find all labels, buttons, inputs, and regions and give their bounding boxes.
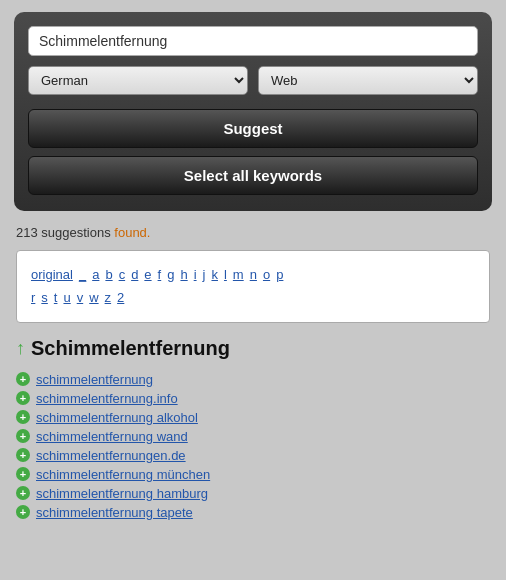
alpha-link[interactable]: s [41, 290, 48, 305]
keyword-text: schimmelentfernung wand [36, 429, 188, 444]
list-item[interactable]: schimmelentfernung alkohol [16, 408, 490, 427]
language-select[interactable]: GermanEnglishFrenchSpanish [28, 66, 248, 95]
list-item[interactable]: schimmelentfernung tapete [16, 503, 490, 522]
search-input[interactable] [28, 26, 478, 56]
suggest-button[interactable]: Suggest [28, 109, 478, 148]
add-keyword-icon[interactable] [16, 448, 30, 462]
alpha-link[interactable]: d [131, 267, 138, 282]
alpha-filter-box: original_abcdefghijklmnoprstuvwz2 [16, 250, 490, 323]
add-keyword-icon[interactable] [16, 391, 30, 405]
suggestions-count: 213 suggestions found. [16, 225, 490, 240]
alpha-link[interactable]: j [203, 267, 206, 282]
section-heading: ↑ Schimmelentfernung [16, 337, 490, 360]
keyword-text: schimmelentfernung.info [36, 391, 178, 406]
results-area: 213 suggestions found. original_abcdefgh… [0, 221, 506, 532]
list-item[interactable]: schimmelentfernung münchen [16, 465, 490, 484]
top-panel: GermanEnglishFrenchSpanish WebImagesNews… [14, 12, 492, 211]
add-keyword-icon[interactable] [16, 486, 30, 500]
heading-text: Schimmelentfernung [31, 337, 230, 360]
add-keyword-icon[interactable] [16, 467, 30, 481]
list-item[interactable]: schimmelentfernung wand [16, 427, 490, 446]
alpha-link[interactable]: v [77, 290, 84, 305]
keyword-text: schimmelentfernung hamburg [36, 486, 208, 501]
add-keyword-icon[interactable] [16, 429, 30, 443]
count-number: 213 suggestions [16, 225, 111, 240]
dropdowns-row: GermanEnglishFrenchSpanish WebImagesNews… [28, 66, 478, 95]
list-item[interactable]: schimmelentfernung.info [16, 389, 490, 408]
alpha-link[interactable]: b [105, 267, 112, 282]
keyword-text: schimmelentfernung münchen [36, 467, 210, 482]
alpha-link[interactable]: original [31, 267, 73, 282]
list-item[interactable]: schimmelentfernungen.de [16, 446, 490, 465]
alpha-link[interactable]: e [144, 267, 151, 282]
alpha-link[interactable]: 2 [117, 290, 124, 305]
keyword-text: schimmelentfernungen.de [36, 448, 186, 463]
alpha-link[interactable]: l [224, 267, 227, 282]
alpha-link[interactable]: n [250, 267, 257, 282]
source-select[interactable]: WebImagesNewsShopping [258, 66, 478, 95]
alpha-link[interactable]: h [180, 267, 187, 282]
alpha-link[interactable]: p [276, 267, 283, 282]
found-word: found. [114, 225, 150, 240]
alpha-link[interactable]: _ [79, 267, 86, 282]
alpha-link[interactable]: i [194, 267, 197, 282]
select-all-button[interactable]: Select all keywords [28, 156, 478, 195]
list-item[interactable]: schimmelentfernung [16, 370, 490, 389]
alpha-link[interactable]: k [211, 267, 218, 282]
alpha-link[interactable]: m [233, 267, 244, 282]
alpha-link[interactable]: u [63, 290, 70, 305]
alpha-link[interactable]: f [158, 267, 162, 282]
keyword-text: schimmelentfernung tapete [36, 505, 193, 520]
add-keyword-icon[interactable] [16, 505, 30, 519]
alpha-link[interactable]: o [263, 267, 270, 282]
keyword-text: schimmelentfernung [36, 372, 153, 387]
alpha-link[interactable]: w [89, 290, 98, 305]
alpha-link[interactable]: r [31, 290, 35, 305]
keyword-list: schimmelentfernungschimmelentfernung.inf… [16, 370, 490, 522]
add-keyword-icon[interactable] [16, 410, 30, 424]
add-keyword-icon[interactable] [16, 372, 30, 386]
alpha-link[interactable]: t [54, 290, 58, 305]
alpha-link[interactable]: c [119, 267, 126, 282]
keyword-text: schimmelentfernung alkohol [36, 410, 198, 425]
alpha-link[interactable]: z [105, 290, 112, 305]
list-item[interactable]: schimmelentfernung hamburg [16, 484, 490, 503]
alpha-link[interactable]: g [167, 267, 174, 282]
alpha-link[interactable]: a [92, 267, 99, 282]
heading-arrow-icon: ↑ [16, 338, 25, 359]
